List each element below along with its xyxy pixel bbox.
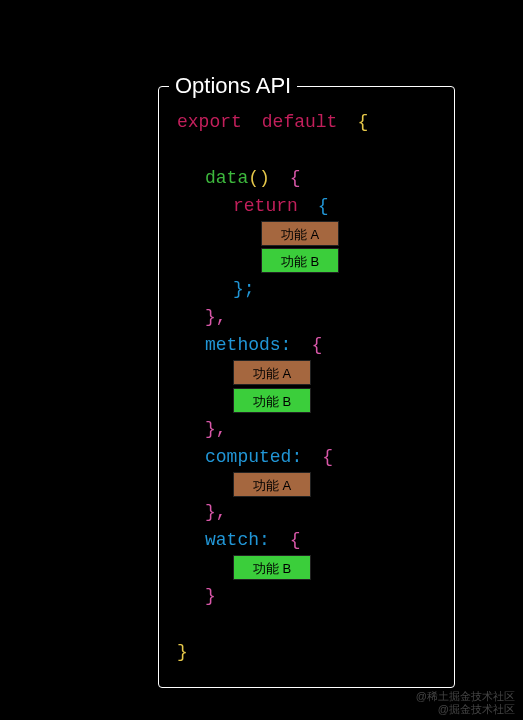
brace-open: { bbox=[357, 112, 368, 132]
prop-computed: computed: bbox=[205, 447, 302, 467]
brace-close: } bbox=[177, 642, 188, 662]
brace-close-comma: }, bbox=[205, 307, 227, 327]
line-export: exportdefault{ bbox=[177, 109, 368, 137]
panel-title: Options API bbox=[169, 73, 297, 99]
feature-a-tag: 功能 A bbox=[233, 360, 311, 385]
brace-open: { bbox=[290, 530, 301, 550]
brace-close: } bbox=[205, 586, 216, 606]
parens: () bbox=[248, 168, 270, 188]
keyword-default: default bbox=[262, 112, 338, 132]
brace-open: { bbox=[318, 196, 329, 216]
watermark-line2: @掘金技术社区 bbox=[416, 703, 515, 716]
feature-b-tag: 功能 B bbox=[261, 248, 339, 273]
watermark-line1: @稀土掘金技术社区 bbox=[416, 690, 515, 703]
keyword-export: export bbox=[177, 112, 242, 132]
line-computed-close: }, bbox=[177, 499, 368, 527]
line-root-close: } bbox=[177, 639, 368, 667]
watch-tags: 功能 B bbox=[177, 555, 368, 583]
line-watch: watch:{ bbox=[177, 527, 368, 555]
code-block: exportdefault{ data(){ return{ 功能 A 功能 B… bbox=[177, 109, 368, 667]
brace-open: { bbox=[311, 335, 322, 355]
blank-line bbox=[177, 137, 368, 165]
line-data: data(){ bbox=[177, 165, 368, 193]
feature-a-tag: 功能 A bbox=[233, 472, 311, 497]
prop-methods: methods: bbox=[205, 335, 291, 355]
line-methods-close: }, bbox=[177, 416, 368, 444]
feature-b-tag: 功能 B bbox=[233, 555, 311, 580]
options-api-panel: Options API exportdefault{ data(){ retur… bbox=[158, 86, 455, 688]
data-return-tags: 功能 A bbox=[177, 221, 368, 249]
data-return-tags: 功能 B bbox=[177, 248, 368, 276]
brace-close-comma: }, bbox=[205, 502, 227, 522]
line-data-close: }, bbox=[177, 304, 368, 332]
feature-b-tag: 功能 B bbox=[233, 388, 311, 413]
line-return-close: }; bbox=[177, 276, 368, 304]
blank-line bbox=[177, 611, 368, 639]
brace-close-comma: }, bbox=[205, 419, 227, 439]
fn-data: data bbox=[205, 168, 248, 188]
line-return: return{ bbox=[177, 193, 368, 221]
watermark: @稀土掘金技术社区 @掘金技术社区 bbox=[416, 690, 515, 716]
methods-tags: 功能 A bbox=[177, 360, 368, 388]
line-methods: methods:{ bbox=[177, 332, 368, 360]
line-watch-close: } bbox=[177, 583, 368, 611]
methods-tags: 功能 B bbox=[177, 388, 368, 416]
keyword-return: return bbox=[233, 196, 298, 216]
computed-tags: 功能 A bbox=[177, 472, 368, 500]
prop-watch: watch: bbox=[205, 530, 270, 550]
brace-open: { bbox=[290, 168, 301, 188]
line-computed: computed:{ bbox=[177, 444, 368, 472]
brace-open: { bbox=[322, 447, 333, 467]
brace-close-semi: }; bbox=[233, 279, 255, 299]
feature-a-tag: 功能 A bbox=[261, 221, 339, 246]
